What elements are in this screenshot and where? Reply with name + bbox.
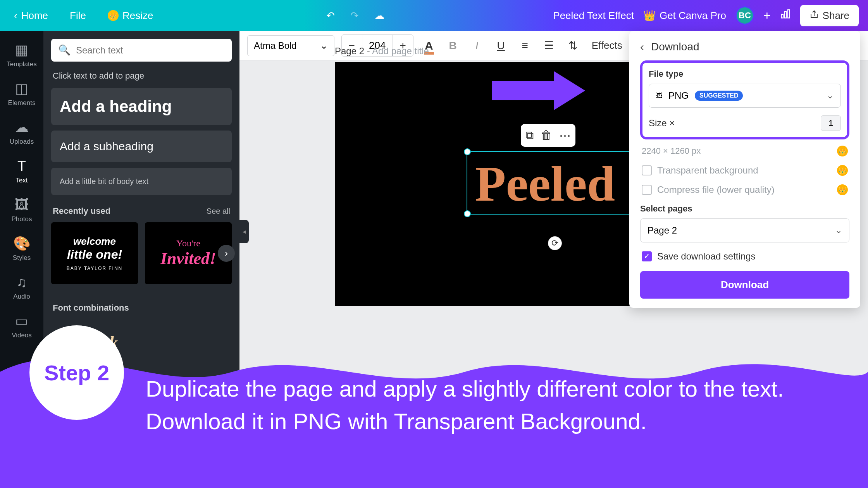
highlight-arrow-icon [488,60,589,122]
recently-used-header: Recently used See all [53,206,230,216]
resize-button[interactable]: 👑 Resize [103,7,158,25]
svg-rect-3 [492,81,554,100]
nav-styles[interactable]: 🎨Styles [0,229,43,268]
chevron-down-icon: ⌄ [835,225,842,235]
page-label: Page 2 - Add page title [335,46,429,57]
thumb-text: BABY TAYLOR FINN [67,266,122,271]
image-icon: 🖼 [656,92,662,99]
invite-plus-icon[interactable]: + [763,9,771,23]
save-settings-option[interactable]: Save download settings [642,251,848,262]
nav-uploads[interactable]: ☁Uploads [0,113,43,152]
list-button[interactable]: ☰ [541,37,558,54]
selected-page: Page 2 [648,225,677,236]
checkbox[interactable] [642,185,652,195]
file-button[interactable]: File [65,7,91,25]
section-title: Recently used [53,206,110,216]
page-title-hint[interactable]: Add page title [372,46,429,56]
svg-rect-1 [784,12,786,18]
nav-label: Elements [8,99,36,107]
bold-button[interactable]: B [444,37,462,54]
file-type-select[interactable]: 🖼 PNG SUGGESTED ⌄ [649,84,841,108]
element-float-toolbar: ⧉ 🗑 ⋯ [521,124,575,147]
next-thumbs-button[interactable]: › [218,245,235,262]
nav-label: Audio [13,293,30,301]
size-multiplier-input[interactable]: 1 [821,115,841,131]
file-format: PNG [668,90,689,101]
select-pages-label: Select pages [640,204,849,214]
checkbox[interactable] [642,165,652,175]
download-title: Download [651,41,699,53]
text-icon: T [17,158,26,174]
section-title: Font combinations [53,303,129,313]
font-select[interactable]: Atma Bold ⌄ [247,35,334,56]
align-button[interactable]: ≡ [517,37,534,54]
checkbox[interactable] [642,251,652,261]
nav-audio[interactable]: ♫Audio [0,268,43,307]
audio-icon: ♫ [17,274,27,290]
pro-badge-icon: 👑 [837,184,848,195]
step-badge: Step 2 [29,325,124,420]
page-number: Page 2 - [335,46,372,56]
text-template-thumb[interactable]: welcome little one! BABY TAYLOR FINN [51,222,138,284]
page-select[interactable]: Page 2 ⌄ [640,218,849,242]
thumb-text: You're [176,238,200,249]
add-body-button[interactable]: Add a little bit of body text [51,168,232,195]
topbar-left: ‹ Home File 👑 Resize [9,7,158,25]
suggested-badge: SUGGESTED [695,91,743,101]
insights-icon[interactable] [780,9,791,22]
undo-icon[interactable]: ↶ [326,10,335,22]
search-input[interactable] [76,45,225,56]
photos-icon: 🖼 [15,197,29,213]
share-icon [809,10,819,22]
download-header: ‹ Download [640,40,849,53]
add-subheading-button[interactable]: Add a subheading [51,131,232,162]
download-panel: ‹ Download File type 🖼 PNG SUGGESTED ⌄ S… [629,31,860,308]
italic-button[interactable]: I [468,37,486,54]
option-label: Transparent background [657,165,758,176]
resize-handle[interactable] [464,210,471,217]
collapse-panel-button[interactable]: ◂ [239,220,249,243]
svg-rect-0 [781,14,783,18]
styles-icon: 🎨 [13,235,31,252]
uploads-icon: ☁ [15,119,29,136]
add-heading-button[interactable]: Add a heading [51,88,232,125]
panel-hint: Click text to add to page [53,71,230,81]
chevron-down-icon: ⌄ [320,40,328,51]
duplicate-icon[interactable]: ⧉ [525,129,534,142]
resize-label: Resize [122,10,153,22]
home-button[interactable]: ‹ Home [9,7,53,25]
spacing-button[interactable]: ⇅ [565,37,582,54]
size-row: Size × 1 [649,115,841,131]
nav-label: Text [16,177,28,184]
nav-photos[interactable]: 🖼Photos [0,191,43,229]
back-icon[interactable]: ‹ [640,40,644,53]
rotate-handle[interactable]: ⟳ [548,236,562,250]
share-button[interactable]: Share [800,5,859,26]
home-label: Home [21,10,48,22]
download-button[interactable]: Download [640,271,849,299]
cloud-sync-icon: ☁ [374,10,384,22]
trash-icon[interactable]: 🗑 [541,129,552,142]
underline-button[interactable]: U [493,37,510,54]
font-name: Atma Bold [254,40,297,51]
avatar[interactable]: BC [735,6,754,25]
redo-icon[interactable]: ↷ [350,10,359,22]
resize-handle[interactable] [464,148,471,155]
thumb-text: welcome [73,235,116,247]
share-label: Share [823,10,849,22]
more-icon[interactable]: ⋯ [559,129,571,142]
nav-elements[interactable]: ◫Elements [0,74,43,113]
get-pro-button[interactable]: 👑 Get Canva Pro [643,10,726,22]
effects-button[interactable]: Effects [592,40,622,52]
nav-templates[interactable]: ▦Templates [0,36,43,74]
file-label: File [70,10,86,22]
thumb-row: welcome little one! BABY TAYLOR FINN You… [51,222,232,284]
document-title[interactable]: Peeled Text Effect [553,10,634,22]
nav-label: Uploads [10,138,34,146]
tutorial-overlay: Step 2 Duplicate the page and apply a sl… [0,325,868,488]
compress-option[interactable]: Compress file (lower quality) 👑 [642,184,848,195]
nav-text[interactable]: TText [0,152,43,191]
transparent-bg-option[interactable]: Transparent background 👑 [642,165,848,176]
pro-label: Get Canva Pro [660,10,726,22]
see-all-link[interactable]: See all [207,207,230,216]
